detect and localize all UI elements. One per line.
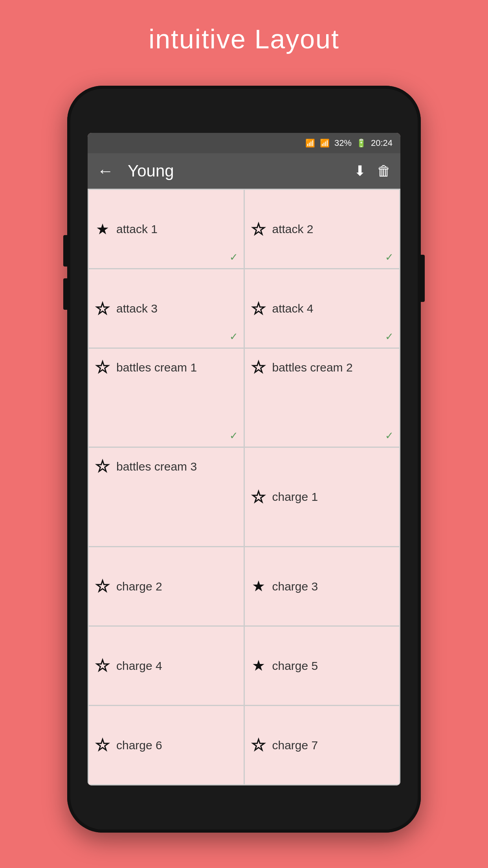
- star-filled-icon[interactable]: ★: [252, 579, 265, 594]
- item-label-7: battles cream 3: [116, 459, 197, 474]
- item-label-3: attack 3: [116, 301, 158, 316]
- grid-item-7[interactable]: ★battles cream 3: [89, 448, 244, 546]
- star-outline-icon[interactable]: ★: [96, 360, 109, 375]
- item-label-5: battles cream 1: [116, 360, 197, 375]
- phone-wrapper: 📶 📶 32% 🔋 20:24 ← Young ⬇ 🗑 ★attack 1✓★a…: [67, 86, 421, 833]
- grid-item-8[interactable]: ★charge 1: [245, 448, 400, 546]
- back-button[interactable]: ←: [97, 162, 114, 180]
- grid-item-10[interactable]: ★charge 3: [245, 547, 400, 625]
- star-outline-icon[interactable]: ★: [96, 737, 109, 752]
- volume-down-button[interactable]: [63, 278, 67, 310]
- checkmark-icon-3: ✓: [229, 331, 238, 343]
- star-outline-icon[interactable]: ★: [252, 222, 265, 237]
- item-label-13: charge 6: [116, 737, 162, 753]
- star-outline-icon[interactable]: ★: [96, 459, 109, 474]
- grid-item-9[interactable]: ★charge 2: [89, 547, 244, 625]
- clock: 20:24: [371, 138, 393, 148]
- battery-percent: 32%: [334, 138, 352, 148]
- grid-item-1[interactable]: ★attack 1✓: [89, 190, 244, 268]
- toolbar-title: Young: [121, 162, 346, 180]
- item-label-12: charge 5: [272, 658, 318, 673]
- grid-item-2[interactable]: ★attack 2✓: [245, 190, 400, 268]
- wifi-icon: 📶: [305, 138, 315, 148]
- page-title: intuitive Layout: [149, 24, 339, 54]
- star-outline-icon[interactable]: ★: [252, 489, 265, 504]
- download-icon[interactable]: ⬇: [354, 163, 366, 179]
- item-label-1: attack 1: [116, 221, 158, 237]
- star-outline-icon[interactable]: ★: [96, 301, 109, 316]
- delete-icon[interactable]: 🗑: [377, 163, 391, 179]
- star-outline-icon[interactable]: ★: [252, 737, 265, 752]
- grid-item-6[interactable]: ★battles cream 2✓: [245, 349, 400, 447]
- checkmark-icon-4: ✓: [385, 331, 394, 343]
- checkmark-icon-5: ✓: [229, 430, 238, 442]
- volume-up-button[interactable]: [63, 235, 67, 267]
- grid-item-12[interactable]: ★charge 5: [245, 627, 400, 705]
- grid-item-3[interactable]: ★attack 3✓: [89, 269, 244, 348]
- checkmark-icon-1: ✓: [229, 251, 238, 263]
- grid-item-11[interactable]: ★charge 4: [89, 627, 244, 705]
- star-outline-icon[interactable]: ★: [96, 658, 109, 673]
- star-outline-icon[interactable]: ★: [252, 360, 265, 375]
- item-label-14: charge 7: [272, 737, 318, 753]
- grid-item-5[interactable]: ★battles cream 1✓: [89, 349, 244, 447]
- grid-list: ★attack 1✓★attack 2✓★attack 3✓★attack 4✓…: [88, 189, 400, 785]
- grid-item-14[interactable]: ★charge 7: [245, 706, 400, 784]
- item-label-9: charge 2: [116, 579, 162, 594]
- grid-item-13[interactable]: ★charge 6: [89, 706, 244, 784]
- phone-screen: 📶 📶 32% 🔋 20:24 ← Young ⬇ 🗑 ★attack 1✓★a…: [88, 133, 400, 785]
- star-filled-icon[interactable]: ★: [252, 658, 265, 673]
- star-outline-icon[interactable]: ★: [252, 301, 265, 316]
- item-label-8: charge 1: [272, 489, 318, 504]
- star-outline-icon[interactable]: ★: [96, 579, 109, 594]
- signal-icon: 📶: [320, 138, 330, 148]
- status-bar: 📶 📶 32% 🔋 20:24: [88, 133, 400, 153]
- toolbar: ← Young ⬇ 🗑: [88, 153, 400, 189]
- power-button[interactable]: [421, 255, 425, 302]
- toolbar-actions: ⬇ 🗑: [354, 163, 391, 179]
- item-label-6: battles cream 2: [272, 360, 353, 375]
- grid-item-4[interactable]: ★attack 4✓: [245, 269, 400, 348]
- item-label-4: attack 4: [272, 301, 314, 316]
- item-label-2: attack 2: [272, 221, 314, 237]
- battery-icon: 🔋: [356, 138, 366, 148]
- item-label-10: charge 3: [272, 579, 318, 594]
- checkmark-icon-2: ✓: [385, 251, 394, 263]
- star-filled-icon[interactable]: ★: [96, 222, 109, 237]
- item-label-11: charge 4: [116, 658, 162, 673]
- checkmark-icon-6: ✓: [385, 430, 394, 442]
